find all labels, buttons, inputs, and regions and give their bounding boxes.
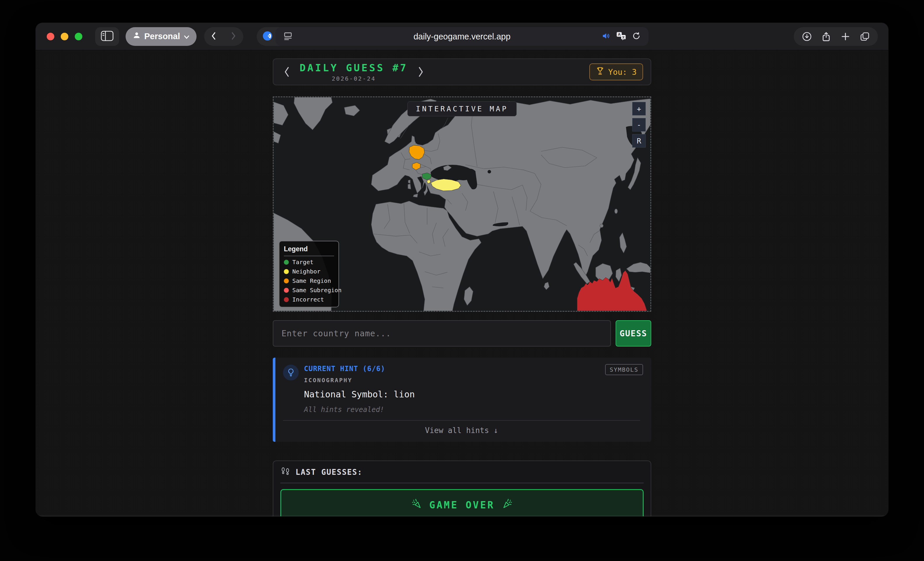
profile-switcher[interactable]: Personal <box>126 27 196 46</box>
landmass-corsica <box>408 180 410 183</box>
score-label: You: 3 <box>608 68 637 77</box>
landmass-sulawesi <box>616 268 622 282</box>
browser-toolbar: Personal daily-geogame. <box>36 23 888 50</box>
landmass-taiwan <box>615 209 618 214</box>
back-button[interactable] <box>209 31 218 42</box>
translate-icon[interactable]: A <box>616 31 626 42</box>
page-title: DAILY GUESS #7 <box>300 62 408 74</box>
landmass-labrador <box>274 131 280 143</box>
footprints-icon <box>280 467 291 477</box>
map-reset-button[interactable]: R <box>632 134 646 147</box>
tab-overview-button[interactable] <box>855 27 874 46</box>
forward-button[interactable] <box>229 31 238 42</box>
traffic-lights <box>47 33 82 40</box>
page-content: DAILY GUESS #7 2026-02-24 You: 3 <box>36 50 888 516</box>
map-country-australia <box>577 271 647 311</box>
zoom-in-button[interactable]: + <box>632 102 646 116</box>
zoom-out-button[interactable]: - <box>632 118 646 131</box>
legend-item-neighbor: Neighbor <box>284 268 334 275</box>
daily-header-card: DAILY GUESS #7 2026-02-24 You: 3 <box>273 59 651 85</box>
svg-text:A: A <box>618 32 621 36</box>
last-guesses-title: LAST GUESSES: <box>296 468 363 477</box>
reader-mode-icon[interactable] <box>283 31 293 42</box>
game-over-card: GAME OVER The country was: Bulgaria See … <box>280 489 644 516</box>
landmass-sardinia <box>408 184 411 189</box>
game-over-title: GAME OVER <box>429 499 495 511</box>
url-bar[interactable]: daily-geogame.vercel.app A <box>275 27 649 46</box>
landmass-iceland <box>344 105 360 116</box>
landmass-greenland <box>294 97 332 130</box>
sea-aral <box>488 170 491 174</box>
hint-type-badge: SYMBOLS <box>605 364 643 375</box>
sidebar-toggle-button[interactable] <box>95 27 119 46</box>
downloads-button[interactable] <box>797 27 816 46</box>
landmass-madagascar <box>464 287 473 305</box>
target-color-dot <box>284 260 289 265</box>
landmass-philippines <box>620 233 626 253</box>
score-badge: You: 3 <box>590 63 643 80</box>
party-popper-icon <box>502 498 513 511</box>
hint-category: ICONOGRAPHY <box>304 377 415 384</box>
legend-item-same-region: Same Region <box>284 277 334 284</box>
legend-divider <box>284 256 334 256</box>
legend-item-incorrect: Incorrect <box>284 296 334 303</box>
landmass-sri-lanka <box>544 282 549 290</box>
prev-day-button[interactable] <box>281 64 292 80</box>
extension-icon-blue[interactable] <box>262 30 273 43</box>
audio-playing-icon[interactable] <box>601 32 610 42</box>
close-window-button[interactable] <box>47 33 54 40</box>
next-day-button[interactable] <box>415 64 427 80</box>
toolbar-actions <box>794 27 878 46</box>
zoom-window-button[interactable] <box>75 33 82 40</box>
hint-card: CURRENT HINT (6/6) ICONOGRAPHY National … <box>273 358 651 442</box>
profile-label: Personal <box>144 32 180 41</box>
chevron-down-icon <box>184 32 189 41</box>
share-button[interactable] <box>816 27 836 46</box>
last-guesses-divider <box>280 483 644 483</box>
person-icon <box>133 31 141 42</box>
url-text: daily-geogame.vercel.app <box>275 32 649 42</box>
legend-item-same-subregion: Same Subregion <box>284 287 334 294</box>
landmass-new-guinea <box>626 262 650 273</box>
party-popper-icon <box>411 498 422 511</box>
history-nav <box>204 27 243 46</box>
sea-baltic <box>416 124 433 143</box>
puzzle-date: 2026-02-24 <box>300 75 408 82</box>
lightbulb-icon <box>283 365 299 381</box>
map-card: INTERACTIVE MAP + - R Legend Target N <box>273 96 651 312</box>
minimize-window-button[interactable] <box>61 33 68 40</box>
new-tab-button[interactable] <box>836 27 855 46</box>
sidebar-icon <box>101 31 114 42</box>
guess-bar: GUESS <box>273 320 651 346</box>
map-legend: Legend Target Neighbor Same Region <box>279 241 339 307</box>
country-input[interactable] <box>273 320 611 346</box>
neighbor-color-dot <box>284 269 289 274</box>
reload-icon[interactable] <box>632 31 641 42</box>
legend-title: Legend <box>284 245 334 253</box>
hint-title: CURRENT HINT (6/6) <box>304 365 415 373</box>
legend-item-target: Target <box>284 259 334 266</box>
landmass-north-america <box>274 102 288 125</box>
same-region-color-dot <box>284 278 289 283</box>
view-all-hints-button[interactable]: View all hints ↓ <box>283 421 640 438</box>
browser-window: Personal daily-geogame. <box>36 23 888 517</box>
map-zoom-controls: + - R <box>632 102 646 147</box>
hint-text: National Symbol: lion <box>304 389 415 399</box>
guess-button[interactable]: GUESS <box>616 320 651 346</box>
landmass-sicily <box>413 194 418 197</box>
same-subregion-color-dot <box>284 288 289 293</box>
map-title-badge: INTERACTIVE MAP <box>407 101 517 116</box>
landmass-hainan <box>600 224 603 228</box>
trophy-icon <box>596 66 604 77</box>
hint-status: All hints revealed! <box>304 406 415 414</box>
incorrect-color-dot <box>284 297 289 302</box>
last-guesses-card: LAST GUESSES: GAME OVER The country was:… <box>273 460 651 516</box>
